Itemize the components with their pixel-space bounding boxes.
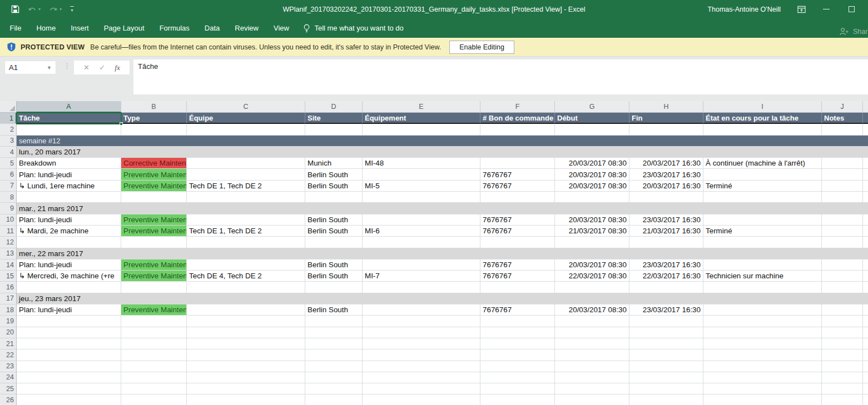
cell-A18[interactable]: Plan: lundi-jeudi bbox=[17, 304, 121, 316]
cell-F22[interactable] bbox=[480, 349, 555, 361]
row-header-1[interactable]: 1 bbox=[0, 113, 17, 124]
week-band-row-3[interactable]: semaine #12 bbox=[17, 136, 868, 147]
cell-K26[interactable] bbox=[863, 394, 868, 405]
cell-E16[interactable] bbox=[363, 282, 480, 293]
cell-F6[interactable]: 7676767 bbox=[480, 169, 555, 180]
cell-H19[interactable] bbox=[629, 316, 703, 327]
row-header-17[interactable]: 17 bbox=[0, 293, 17, 304]
cell-K20[interactable] bbox=[863, 327, 868, 338]
enable-editing-button[interactable]: Enable Editing bbox=[449, 41, 514, 54]
cell-A25[interactable] bbox=[17, 383, 121, 394]
row-header-24[interactable]: 24 bbox=[0, 372, 17, 383]
insert-function-icon[interactable]: fx bbox=[115, 63, 120, 72]
cell-J16[interactable] bbox=[822, 282, 863, 293]
cell-J25[interactable] bbox=[822, 383, 863, 394]
cell-D23[interactable] bbox=[305, 361, 363, 372]
cell-C10[interactable] bbox=[187, 214, 305, 226]
cell-C24[interactable] bbox=[187, 372, 305, 383]
row-header-26[interactable]: 26 bbox=[0, 394, 17, 405]
cell-J1[interactable]: Notes bbox=[822, 113, 863, 124]
cell-F26[interactable] bbox=[480, 394, 555, 405]
cell-K1[interactable] bbox=[863, 113, 868, 124]
cell-J21[interactable] bbox=[822, 338, 863, 349]
column-header-D[interactable]: D bbox=[305, 101, 363, 113]
cell-H1[interactable]: Fin bbox=[629, 113, 703, 124]
cell-F10[interactable]: 7676767 bbox=[480, 214, 555, 226]
ribbon-display-options-icon[interactable] bbox=[797, 5, 806, 14]
cell-I24[interactable] bbox=[703, 372, 822, 383]
cell-B26[interactable] bbox=[121, 394, 187, 405]
cell-K24[interactable] bbox=[863, 372, 868, 383]
row-header-6[interactable]: 6 bbox=[0, 169, 17, 180]
cell-F7[interactable]: 7676767 bbox=[480, 181, 555, 192]
undo-dropdown-icon[interactable]: ▾ bbox=[38, 7, 41, 12]
cell-G23[interactable] bbox=[555, 361, 629, 372]
cell-A12[interactable] bbox=[17, 237, 121, 248]
row-header-19[interactable]: 19 bbox=[0, 316, 17, 327]
row-header-18[interactable]: 18 bbox=[0, 304, 17, 316]
cell-K19[interactable] bbox=[863, 316, 868, 327]
tab-view[interactable]: View bbox=[266, 18, 296, 38]
column-header-A[interactable]: A bbox=[17, 101, 121, 113]
cell-K7[interactable] bbox=[863, 181, 868, 192]
cell-F14[interactable]: 7676767 bbox=[480, 259, 555, 271]
cell-C26[interactable] bbox=[187, 394, 305, 405]
cell-F5[interactable] bbox=[480, 158, 555, 169]
cell-I11[interactable]: Terminé bbox=[703, 226, 822, 237]
cell-K10[interactable] bbox=[863, 214, 868, 226]
cell-K25[interactable] bbox=[863, 383, 868, 394]
cell-H16[interactable] bbox=[629, 282, 703, 293]
cell-C12[interactable] bbox=[187, 237, 305, 248]
cell-E23[interactable] bbox=[363, 361, 480, 372]
name-box-dropdown-icon[interactable]: ▼ bbox=[47, 65, 56, 71]
cell-B6[interactable]: Preventive Maintenance bbox=[121, 169, 187, 180]
cell-G24[interactable] bbox=[555, 372, 629, 383]
row-header-7[interactable]: 7 bbox=[0, 181, 17, 192]
cell-J18[interactable] bbox=[822, 304, 863, 316]
column-header-J[interactable]: J bbox=[822, 101, 863, 113]
cell-H5[interactable]: 20/03/2017 16:30 bbox=[629, 158, 703, 169]
cell-J8[interactable] bbox=[822, 192, 863, 203]
cell-A24[interactable] bbox=[17, 372, 121, 383]
cell-J7[interactable] bbox=[822, 181, 863, 192]
cell-E24[interactable] bbox=[363, 372, 480, 383]
column-header-I[interactable]: I bbox=[703, 101, 822, 113]
row-header-11[interactable]: 11 bbox=[0, 226, 17, 237]
row-header-3[interactable]: 3 bbox=[0, 136, 17, 147]
cell-A20[interactable] bbox=[17, 327, 121, 338]
cell-K6[interactable] bbox=[863, 169, 868, 180]
cell-D21[interactable] bbox=[305, 338, 363, 349]
cell-G10[interactable]: 20/03/2017 08:30 bbox=[555, 214, 629, 226]
cell-H11[interactable]: 21/03/2017 16:30 bbox=[629, 226, 703, 237]
cell-D8[interactable] bbox=[305, 192, 363, 203]
cell-C25[interactable] bbox=[187, 383, 305, 394]
cell-K2[interactable] bbox=[863, 124, 868, 135]
cell-B10[interactable]: Preventive Maintenance bbox=[121, 214, 187, 226]
cell-K14[interactable] bbox=[863, 259, 868, 271]
cell-F23[interactable] bbox=[480, 361, 555, 372]
cell-E20[interactable] bbox=[363, 327, 480, 338]
cell-I1[interactable]: État en cours pour la tâche bbox=[703, 113, 822, 124]
cell-K22[interactable] bbox=[863, 349, 868, 361]
cell-J10[interactable] bbox=[822, 214, 863, 226]
row-header-20[interactable]: 20 bbox=[0, 327, 17, 338]
cell-A14[interactable]: Plan: lundi-jeudi bbox=[17, 259, 121, 271]
cell-F18[interactable]: 7676767 bbox=[480, 304, 555, 316]
cell-I6[interactable] bbox=[703, 169, 822, 180]
cell-I15[interactable]: Technicien sur machine bbox=[703, 271, 822, 282]
cell-E2[interactable] bbox=[363, 124, 480, 135]
cell-A11[interactable]: ↳ Mardi, 2e machine bbox=[17, 226, 121, 237]
cell-D22[interactable] bbox=[305, 349, 363, 361]
cell-B20[interactable] bbox=[121, 327, 187, 338]
cell-J19[interactable] bbox=[822, 316, 863, 327]
cell-J15[interactable] bbox=[822, 271, 863, 282]
cell-D24[interactable] bbox=[305, 372, 363, 383]
cell-E6[interactable] bbox=[363, 169, 480, 180]
cell-F11[interactable]: 7676767 bbox=[480, 226, 555, 237]
cell-B15[interactable]: Preventive Maintenance bbox=[121, 271, 187, 282]
cell-F12[interactable] bbox=[480, 237, 555, 248]
cell-H18[interactable]: 23/03/2017 16:30 bbox=[629, 304, 703, 316]
cell-H22[interactable] bbox=[629, 349, 703, 361]
cell-J23[interactable] bbox=[822, 361, 863, 372]
cell-A7[interactable]: ↳ Lundi, 1ere machine bbox=[17, 181, 121, 192]
